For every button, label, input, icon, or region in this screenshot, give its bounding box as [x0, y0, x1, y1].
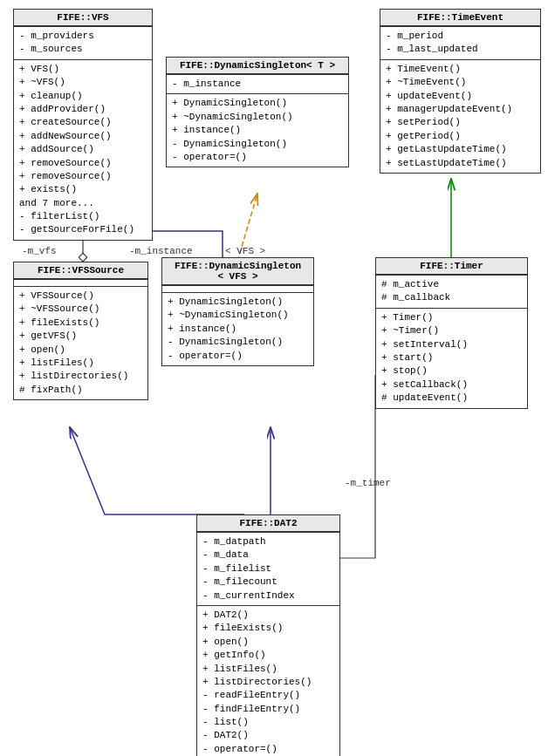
time-event-title: FIFE::TimeEvent: [380, 10, 540, 26]
dynamic-singleton-t-box: FIFE::DynamicSingleton< T > - m_instance…: [166, 57, 349, 167]
time-event-section1: - m_period - m_last_updated: [380, 26, 540, 59]
dynamic-singleton-vfs-box: FIFE::DynamicSingleton< VFS > + DynamicS…: [161, 257, 314, 366]
dynamic-singleton-t-title: FIFE::DynamicSingleton< T >: [167, 58, 348, 74]
time-event-section2: + TimeEvent() + ~TimeEvent() + updateEve…: [380, 59, 540, 173]
vfs-source-section1: [14, 279, 147, 286]
dat2-section1: - m_datpath - m_data - m_filelist - m_fi…: [197, 532, 339, 605]
timer-section2: + Timer() + ~Timer() + setInterval() + s…: [376, 308, 527, 408]
dat2-box: FIFE::DAT2 - m_datpath - m_data - m_file…: [196, 514, 340, 756]
dat2-section2: + DAT2() + fileExists() + open() + getIn…: [197, 605, 339, 756]
mvfs-label: -m_vfs: [22, 246, 57, 256]
vfs-source-section2: + VFSSource() + ~VFSSource() + fileExist…: [14, 286, 147, 399]
dynamic-singleton-vfs-section2: + DynamicSingleton() + ~DynamicSingleton…: [162, 292, 313, 365]
vfs-angle-label: < VFS >: [225, 246, 265, 256]
dynamic-singleton-t-section1: - m_instance: [167, 74, 348, 93]
dynamic-singleton-vfs-section1: [162, 285, 313, 292]
dynamic-singleton-t-section2: + DynamicSingleton() + ~DynamicSingleton…: [167, 93, 348, 167]
vfs-source-title: FIFE::VFSSource: [14, 262, 147, 279]
vfs-title: FIFE::VFS: [14, 10, 152, 26]
timer-section1: # m_active # m_callback: [376, 275, 527, 308]
timer-box: FIFE::Timer # m_active # m_callback + Ti…: [375, 257, 528, 409]
vfs-section1: - m_providers - m_sources: [14, 26, 152, 59]
time-event-box: FIFE::TimeEvent - m_period - m_last_upda…: [380, 9, 541, 174]
dynamic-singleton-vfs-title: FIFE::DynamicSingleton< VFS >: [162, 258, 313, 285]
vfs-box: FIFE::VFS - m_providers - m_sources + VF…: [13, 9, 153, 241]
vfs-source-box: FIFE::VFSSource + VFSSource() + ~VFSSour…: [13, 262, 148, 400]
mtimer-label: -m_timer: [345, 478, 391, 488]
vfs-section2: + VFS() + ~VFS() + cleanup() + addProvid…: [14, 59, 152, 240]
timer-title: FIFE::Timer: [376, 258, 527, 275]
minstance-label: -m_instance: [129, 246, 193, 256]
dat2-title: FIFE::DAT2: [197, 515, 339, 532]
